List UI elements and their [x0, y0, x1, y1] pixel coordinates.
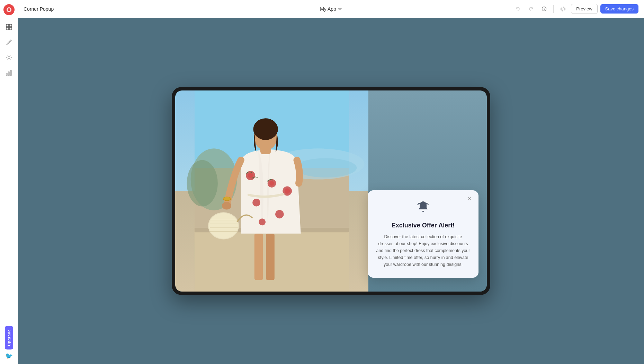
image-area	[175, 90, 368, 292]
svg-point-30	[222, 202, 231, 209]
redo-button[interactable]	[526, 4, 536, 14]
popup-title: Exclusive Offer Alert!	[376, 222, 470, 229]
popup-close-button[interactable]: ×	[465, 194, 474, 203]
svg-rect-5	[9, 27, 12, 30]
code-button[interactable]	[558, 4, 568, 14]
project-name: My App	[320, 6, 336, 12]
sidebar-item-analytics[interactable]	[3, 67, 15, 79]
svg-point-27	[285, 188, 290, 194]
topbar-center: My App ✏	[320, 6, 342, 12]
svg-point-1	[8, 8, 10, 11]
svg-point-6	[8, 57, 10, 59]
page-title: Corner Popup	[24, 6, 54, 12]
svg-rect-2	[6, 24, 9, 27]
screen-content: ×	[175, 90, 487, 292]
sidebar-item-tools[interactable]	[3, 36, 15, 49]
edit-icon[interactable]: ✏	[338, 6, 342, 11]
svg-point-18	[187, 160, 218, 207]
sidebar-item-dashboard[interactable]	[3, 21, 15, 33]
popup-description: Discover the latest collection of exquis…	[376, 233, 470, 268]
app-logo[interactable]	[3, 4, 15, 15]
sidebar-item-settings[interactable]	[3, 51, 15, 64]
upgrade-button[interactable]: Upgrade	[5, 326, 13, 349]
svg-point-32	[209, 213, 238, 239]
svg-rect-3	[9, 24, 12, 27]
svg-rect-8	[8, 72, 9, 76]
svg-rect-9	[10, 70, 11, 76]
history-button[interactable]	[539, 4, 549, 14]
bird-icon: 🐦	[5, 352, 13, 360]
preview-button[interactable]: Preview	[571, 4, 597, 14]
sidebar-bottom: Upgrade 🐦	[5, 326, 13, 360]
svg-rect-19	[254, 234, 263, 280]
svg-rect-7	[6, 73, 7, 76]
main-content: Corner Popup My App ✏	[18, 0, 644, 364]
bell-icon	[376, 200, 470, 218]
topbar-actions: Preview Save changes	[512, 4, 638, 14]
svg-rect-20	[266, 234, 275, 280]
svg-point-29	[275, 210, 284, 219]
svg-point-16	[295, 158, 357, 177]
svg-point-24	[269, 181, 274, 185]
svg-point-40	[223, 197, 231, 201]
fashion-image	[175, 90, 368, 292]
svg-point-39	[253, 118, 278, 140]
undo-button[interactable]	[512, 4, 523, 14]
canvas-area: ×	[18, 18, 644, 364]
svg-point-28	[259, 218, 266, 225]
sidebar: Upgrade 🐦	[0, 0, 18, 364]
svg-point-25	[252, 199, 260, 206]
topbar: Corner Popup My App ✏	[18, 0, 644, 18]
corner-popup-card: ×	[368, 190, 478, 278]
device-screen: ×	[175, 90, 487, 292]
svg-rect-4	[6, 27, 9, 30]
topbar-divider	[553, 5, 554, 13]
device-frame: ×	[172, 87, 490, 295]
save-button[interactable]: Save changes	[600, 4, 638, 14]
svg-point-22	[248, 173, 253, 179]
